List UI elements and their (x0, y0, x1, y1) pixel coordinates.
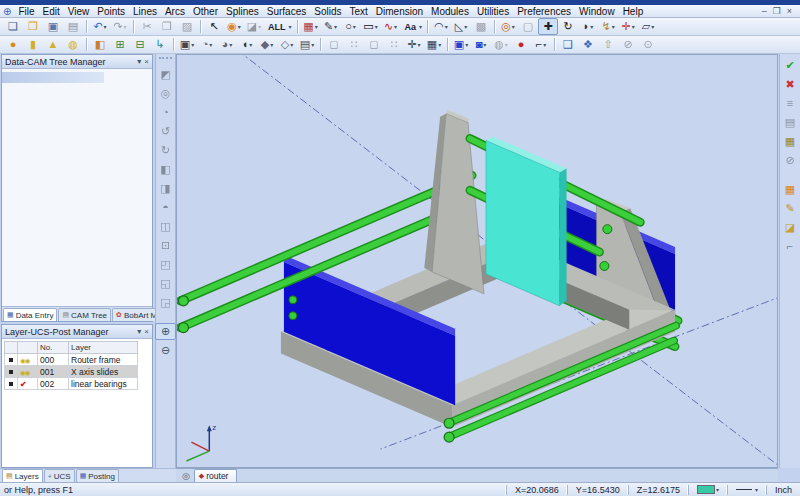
menu-lines[interactable]: Lines (129, 6, 161, 17)
list-tool-button[interactable]: ≡ (780, 95, 800, 112)
dome-solid-button[interactable]: ◖▾ (237, 36, 257, 53)
menu-preferences[interactable]: Preferences (513, 6, 575, 17)
rel-snap-4-button[interactable]: ∷ (384, 36, 404, 53)
menu-file[interactable]: File (14, 6, 38, 17)
stock-wizard-button[interactable]: ◧ (90, 36, 110, 53)
view-top-button[interactable]: ◓ (155, 199, 176, 216)
stitch-surface-button[interactable]: ▤▾ (297, 36, 317, 53)
view-split-button[interactable]: ◫ (155, 218, 176, 235)
shell-solid-button[interactable]: ◕▾ (217, 36, 237, 53)
shaded-view-button[interactable]: ▣▾ (451, 36, 471, 53)
view-right-button[interactable]: ◨ (155, 180, 176, 197)
tab-posting[interactable]: ▦Posting (76, 469, 119, 482)
print-button[interactable]: ▤ (63, 18, 83, 35)
extrude-solid-button[interactable]: ▣▾ (177, 36, 197, 53)
disabled-circle-tool-button[interactable]: ⊘ (780, 152, 800, 169)
properties-tool-button[interactable]: ▤ (780, 114, 800, 131)
close-button[interactable]: × (787, 6, 792, 16)
save-file-button[interactable]: ▣ (43, 18, 63, 35)
orbit-ccw-button[interactable]: ↺ (155, 123, 176, 140)
tab-scroll-icon[interactable]: ◎ (182, 471, 190, 481)
calculator-tool-button[interactable]: ▦ (780, 133, 800, 150)
sphere-primitive-button[interactable]: ● (3, 36, 23, 53)
ucs-up-button[interactable]: ⇧ (598, 36, 618, 53)
cylinder-primitive-button[interactable]: ▮ (23, 36, 43, 53)
grid-settings-button[interactable]: ▦▾ (424, 36, 444, 53)
orbit-cw-button[interactable]: ↻ (155, 142, 176, 159)
selection-mask-button[interactable]: ◪▾ (244, 18, 264, 35)
rel-snap-3-button[interactable]: ◻ (364, 36, 384, 53)
tab-layers[interactable]: ▤Layers (2, 469, 43, 482)
cut-button[interactable]: ✂ (137, 18, 157, 35)
ucs-window-2-button[interactable]: ❖ (578, 36, 598, 53)
layer-row-000[interactable]: ◉◉000Router frame (5, 354, 138, 366)
cancel-x-button[interactable]: ✖ (780, 76, 800, 93)
verify-button[interactable]: ● (511, 36, 531, 53)
previous-view-button[interactable]: ◗▾ (578, 18, 598, 35)
minimize-button[interactable]: – (762, 6, 767, 16)
view-center-button[interactable]: ⊡ (155, 237, 176, 254)
attributes-button[interactable]: ▦▾ (301, 18, 321, 35)
mill-feature-2-button[interactable]: ⊟ (130, 36, 150, 53)
toolbar-grip[interactable] (159, 57, 172, 62)
ucs-window-1-button[interactable]: ❑ (558, 36, 578, 53)
text-tool-button[interactable]: Aa▾ (401, 18, 425, 35)
view-left-button[interactable]: ◧ (155, 161, 176, 178)
cone-primitive-button[interactable]: ▲ (43, 36, 63, 53)
zoom-in-tool-button[interactable]: ⊕ (155, 323, 176, 340)
select-arrow-button[interactable]: ↖ (204, 18, 224, 35)
ucs-tool-button[interactable]: ✛▾ (618, 18, 638, 35)
notes-tool-button[interactable]: ◪ (780, 219, 800, 236)
layer-row-002[interactable]: ✔002linear bearings (5, 378, 138, 390)
menu-window[interactable]: Window (575, 6, 619, 17)
menu-arcs[interactable]: Arcs (161, 6, 189, 17)
rotate-view-button[interactable]: ↻ (558, 18, 578, 35)
zoom-out-tool-button[interactable]: ⊖ (155, 342, 176, 359)
viewport-3d-canvas[interactable]: z (177, 55, 777, 467)
color-swatch-dropdown[interactable]: ▾ (688, 485, 727, 495)
line-tool-button[interactable]: ✎▾ (321, 18, 341, 35)
tab-cam-tree[interactable]: ▤CAM Tree (58, 308, 111, 321)
line-style-dropdown[interactable]: ▾ (727, 485, 766, 495)
view-iso-button[interactable]: ◩ (155, 66, 176, 83)
corner-feature-button[interactable]: ↳ (150, 36, 170, 53)
corner-tool-button[interactable]: ⌐ (780, 238, 800, 255)
layer-row-001[interactable]: ◉◉001X axis slides (5, 366, 138, 378)
rectangle-tool-button[interactable]: ▭▾ (361, 18, 381, 35)
fillet-tool-button[interactable]: ◠▾ (431, 18, 451, 35)
system-menu-icon[interactable]: ⊕ (3, 6, 11, 17)
undo-button[interactable]: ↶▾ (90, 18, 110, 35)
new-file-button[interactable]: ❏ (3, 18, 23, 35)
measure-tool-button[interactable]: ↯▾ (598, 18, 618, 35)
menu-surfaces[interactable]: Surfaces (263, 6, 310, 17)
view-corner-1-button[interactable]: ◰ (155, 256, 176, 273)
selection-filter-button[interactable]: ALL▾ (264, 18, 294, 35)
sketch-tool-button[interactable]: ✎ (780, 200, 800, 217)
menu-text[interactable]: Text (346, 6, 372, 17)
zoom-extents-button[interactable]: ◎▾ (498, 18, 518, 35)
menu-solids[interactable]: Solids (310, 6, 345, 17)
hatch-tool-button[interactable]: ▩ (471, 18, 491, 35)
restore-button[interactable]: ❐ (773, 6, 781, 16)
menu-utilities[interactable]: Utilities (473, 6, 513, 17)
document-tab-router[interactable]: ◆ router (194, 469, 238, 482)
panel-close-button[interactable]: × (144, 57, 149, 66)
view-quarter-button[interactable]: ◔ (155, 104, 176, 121)
view-zoom-button[interactable]: ◎ (155, 85, 176, 102)
snap-settings-button[interactable]: ◉▾ (224, 18, 244, 35)
rel-snap-1-button[interactable]: ◻ (324, 36, 344, 53)
copy-button[interactable]: ❐ (157, 18, 177, 35)
ok-check-button[interactable]: ✔ (780, 57, 800, 74)
zoom-window-button[interactable]: ▢ (518, 18, 538, 35)
spline-tool-button[interactable]: ∿▾ (381, 18, 401, 35)
menu-points[interactable]: Points (93, 6, 129, 17)
menu-modules[interactable]: Modules (427, 6, 473, 17)
rotate-ucs-1-button[interactable]: ⊘ (618, 36, 638, 53)
panel-close-button[interactable]: × (144, 327, 149, 336)
torus-primitive-button[interactable]: ◍ (63, 36, 83, 53)
redo-button[interactable]: ↷▾ (110, 18, 130, 35)
rotate-ucs-2-button[interactable]: ⊙ (638, 36, 658, 53)
tab-ucs[interactable]: +UCS (44, 469, 75, 482)
menu-edit[interactable]: Edit (39, 6, 64, 17)
menu-other[interactable]: Other (189, 6, 222, 17)
